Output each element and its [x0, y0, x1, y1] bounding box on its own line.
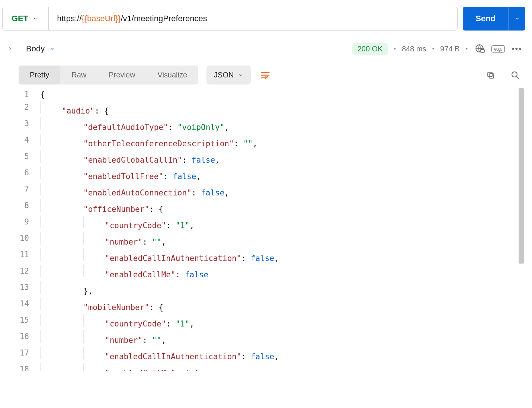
chevron-down-icon [238, 73, 243, 78]
code-line: 9"countryCode": "1", [19, 216, 524, 232]
line-number: 10 [19, 232, 36, 248]
tab-pretty[interactable]: Pretty [19, 66, 60, 85]
url-input[interactable]: https://{{baseUrl}}/v1/meetingPreference… [49, 7, 457, 30]
code-line: 6"enabledTollFree": false, [19, 166, 524, 183]
line-number: 16 [19, 330, 36, 347]
code-line: 7"enabledAutoConnection": false, [19, 183, 524, 199]
tab-raw[interactable]: Raw [60, 66, 97, 85]
format-select[interactable]: JSON [206, 66, 251, 85]
view-mode-row: Pretty Raw Preview Visualize JSON [0, 55, 532, 85]
line-number: 9 [19, 216, 36, 232]
svg-line-7 [516, 76, 519, 79]
view-tabs: Pretty Raw Preview Visualize [19, 66, 198, 85]
line-number: 11 [19, 248, 36, 265]
response-size: 974 B [440, 45, 459, 53]
send-group: Send [463, 7, 525, 31]
copy-button[interactable] [484, 69, 497, 82]
response-time: 848 ms [402, 45, 426, 53]
response-header: Body 200 OK • 848 ms • 974 B • e.g. ••• [0, 31, 532, 55]
code-line: 2"audio": { [19, 101, 524, 117]
code-line: 3"defaultAudioType": "voipOnly", [19, 117, 524, 134]
chevron-down-icon [33, 16, 38, 21]
url-group: GET https://{{baseUrl}}/v1/meetingPrefer… [2, 7, 458, 31]
code-line: 12"enabledCallMe": false [19, 265, 524, 281]
code-container[interactable]: 1{2"audio": {3"defaultAudioType": "voipO… [19, 88, 524, 371]
response-body: 1{2"audio": {3"defaultAudioType": "voipO… [19, 88, 524, 371]
format-label: JSON [214, 71, 234, 79]
code-line: 14"mobileNumber": { [19, 297, 524, 314]
separator-dot: • [432, 45, 435, 52]
line-number: 15 [19, 314, 36, 330]
svg-rect-1 [481, 50, 484, 52]
wrap-lines-button[interactable] [256, 66, 275, 85]
method-label: GET [12, 14, 28, 23]
line-number: 3 [19, 117, 36, 134]
code-line: 16"number": "", [19, 330, 524, 347]
svg-point-6 [512, 72, 517, 77]
tab-preview[interactable]: Preview [97, 66, 146, 85]
separator-dot: • [465, 45, 469, 52]
more-actions-button[interactable]: ••• [510, 44, 524, 54]
method-select[interactable]: GET [3, 7, 49, 30]
url-variable: {{baseUrl}} [81, 14, 121, 23]
tab-visualize[interactable]: Visualize [146, 66, 198, 85]
separator-dot: • [393, 45, 397, 52]
url-text-prefix: https:// [57, 14, 81, 23]
line-number: 1 [19, 88, 36, 101]
example-button[interactable]: e.g. [491, 45, 505, 52]
code-line: 8"officeNumber": { [19, 199, 524, 216]
line-number: 6 [19, 166, 36, 183]
code-line: 1{ [19, 88, 524, 101]
line-number: 8 [19, 199, 36, 216]
send-more-button[interactable] [508, 7, 525, 31]
code-line: 5"enabledGlobalCallIn": false, [19, 150, 524, 166]
scrollbar[interactable] [519, 88, 524, 264]
line-number: 5 [19, 150, 36, 166]
url-text-suffix: /v1/meetingPreferences [121, 14, 207, 23]
request-bar: GET https://{{baseUrl}}/v1/meetingPrefer… [0, 0, 532, 31]
svg-rect-5 [488, 72, 492, 77]
response-tab-body[interactable]: Body [26, 44, 55, 54]
code-line: 18"enabledCallMe": false [19, 363, 524, 371]
chevron-down-icon [514, 16, 520, 22]
line-number: 14 [19, 297, 36, 314]
code-line: 11"enabledCallInAuthentication": false, [19, 248, 524, 265]
code-line: 4"otherTeleconferenceDescription": "", [19, 134, 524, 150]
line-number: 17 [19, 347, 36, 363]
svg-rect-4 [489, 74, 494, 78]
network-icon[interactable] [474, 42, 486, 55]
line-number: 18 [19, 363, 36, 371]
code-line: 17"enabledCallInAuthentication": false, [19, 347, 524, 363]
line-number: 13 [19, 281, 36, 297]
code-line: 13}, [19, 281, 524, 297]
line-number: 12 [19, 265, 36, 281]
send-button[interactable]: Send [463, 7, 508, 31]
line-number: 4 [19, 134, 36, 150]
response-tab-label: Body [26, 44, 45, 54]
chevron-down-icon [49, 46, 55, 52]
line-number: 2 [19, 101, 36, 117]
expand-response-icon[interactable] [7, 45, 13, 52]
search-button[interactable] [509, 69, 522, 82]
line-number: 7 [19, 183, 36, 199]
code-line: 15"countryCode": "1", [19, 314, 524, 330]
code-line: 10"number": "", [19, 232, 524, 248]
status-badge: 200 OK [352, 43, 388, 55]
